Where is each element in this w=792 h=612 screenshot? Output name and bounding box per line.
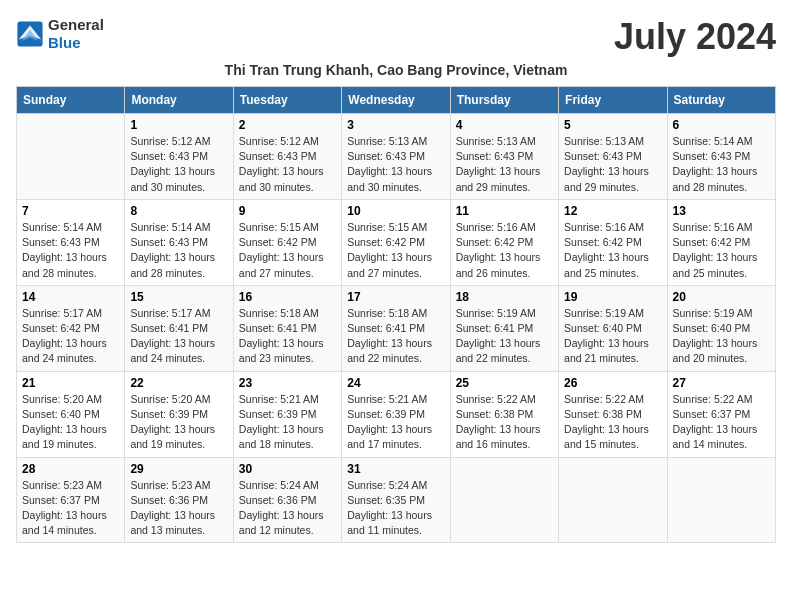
- calendar-cell: 9Sunrise: 5:15 AM Sunset: 6:42 PM Daylig…: [233, 199, 341, 285]
- day-number: 9: [239, 204, 336, 218]
- logo-icon: [16, 20, 44, 48]
- day-number: 21: [22, 376, 119, 390]
- day-number: 17: [347, 290, 444, 304]
- cell-content: Sunrise: 5:19 AM Sunset: 6:40 PM Dayligh…: [673, 306, 770, 367]
- calendar-cell: 31Sunrise: 5:24 AM Sunset: 6:35 PM Dayli…: [342, 457, 450, 543]
- calendar-cell: 21Sunrise: 5:20 AM Sunset: 6:40 PM Dayli…: [17, 371, 125, 457]
- calendar-cell: 23Sunrise: 5:21 AM Sunset: 6:39 PM Dayli…: [233, 371, 341, 457]
- cell-content: Sunrise: 5:16 AM Sunset: 6:42 PM Dayligh…: [673, 220, 770, 281]
- calendar-cell: 15Sunrise: 5:17 AM Sunset: 6:41 PM Dayli…: [125, 285, 233, 371]
- day-number: 24: [347, 376, 444, 390]
- cell-content: Sunrise: 5:19 AM Sunset: 6:41 PM Dayligh…: [456, 306, 553, 367]
- day-number: 2: [239, 118, 336, 132]
- calendar-cell: 19Sunrise: 5:19 AM Sunset: 6:40 PM Dayli…: [559, 285, 667, 371]
- calendar-cell: 29Sunrise: 5:23 AM Sunset: 6:36 PM Dayli…: [125, 457, 233, 543]
- cell-content: Sunrise: 5:16 AM Sunset: 6:42 PM Dayligh…: [456, 220, 553, 281]
- cell-content: Sunrise: 5:21 AM Sunset: 6:39 PM Dayligh…: [347, 392, 444, 453]
- cell-content: Sunrise: 5:18 AM Sunset: 6:41 PM Dayligh…: [239, 306, 336, 367]
- calendar-header-friday: Friday: [559, 87, 667, 114]
- calendar-cell: 11Sunrise: 5:16 AM Sunset: 6:42 PM Dayli…: [450, 199, 558, 285]
- calendar-cell: 25Sunrise: 5:22 AM Sunset: 6:38 PM Dayli…: [450, 371, 558, 457]
- day-number: 4: [456, 118, 553, 132]
- logo-line2: Blue: [48, 34, 104, 52]
- day-number: 19: [564, 290, 661, 304]
- day-number: 14: [22, 290, 119, 304]
- cell-content: Sunrise: 5:24 AM Sunset: 6:35 PM Dayligh…: [347, 478, 444, 539]
- cell-content: Sunrise: 5:23 AM Sunset: 6:37 PM Dayligh…: [22, 478, 119, 539]
- calendar-header-wednesday: Wednesday: [342, 87, 450, 114]
- calendar-cell: 18Sunrise: 5:19 AM Sunset: 6:41 PM Dayli…: [450, 285, 558, 371]
- day-number: 18: [456, 290, 553, 304]
- day-number: 22: [130, 376, 227, 390]
- calendar-cell: [559, 457, 667, 543]
- cell-content: Sunrise: 5:15 AM Sunset: 6:42 PM Dayligh…: [239, 220, 336, 281]
- calendar-cell: 5Sunrise: 5:13 AM Sunset: 6:43 PM Daylig…: [559, 114, 667, 200]
- calendar-header-monday: Monday: [125, 87, 233, 114]
- day-number: 20: [673, 290, 770, 304]
- calendar-week-row: 28Sunrise: 5:23 AM Sunset: 6:37 PM Dayli…: [17, 457, 776, 543]
- calendar-cell: 6Sunrise: 5:14 AM Sunset: 6:43 PM Daylig…: [667, 114, 775, 200]
- day-number: 1: [130, 118, 227, 132]
- calendar-cell: 17Sunrise: 5:18 AM Sunset: 6:41 PM Dayli…: [342, 285, 450, 371]
- cell-content: Sunrise: 5:17 AM Sunset: 6:41 PM Dayligh…: [130, 306, 227, 367]
- calendar-cell: [450, 457, 558, 543]
- calendar-cell: 14Sunrise: 5:17 AM Sunset: 6:42 PM Dayli…: [17, 285, 125, 371]
- calendar-cell: 22Sunrise: 5:20 AM Sunset: 6:39 PM Dayli…: [125, 371, 233, 457]
- cell-content: Sunrise: 5:23 AM Sunset: 6:36 PM Dayligh…: [130, 478, 227, 539]
- day-number: 28: [22, 462, 119, 476]
- day-number: 13: [673, 204, 770, 218]
- cell-content: Sunrise: 5:14 AM Sunset: 6:43 PM Dayligh…: [130, 220, 227, 281]
- calendar-cell: 2Sunrise: 5:12 AM Sunset: 6:43 PM Daylig…: [233, 114, 341, 200]
- calendar-cell: 20Sunrise: 5:19 AM Sunset: 6:40 PM Dayli…: [667, 285, 775, 371]
- calendar-week-row: 21Sunrise: 5:20 AM Sunset: 6:40 PM Dayli…: [17, 371, 776, 457]
- day-number: 29: [130, 462, 227, 476]
- calendar-cell: 27Sunrise: 5:22 AM Sunset: 6:37 PM Dayli…: [667, 371, 775, 457]
- calendar-cell: 16Sunrise: 5:18 AM Sunset: 6:41 PM Dayli…: [233, 285, 341, 371]
- logo: General Blue: [16, 16, 104, 52]
- cell-content: Sunrise: 5:24 AM Sunset: 6:36 PM Dayligh…: [239, 478, 336, 539]
- calendar-cell: 10Sunrise: 5:15 AM Sunset: 6:42 PM Dayli…: [342, 199, 450, 285]
- cell-content: Sunrise: 5:16 AM Sunset: 6:42 PM Dayligh…: [564, 220, 661, 281]
- calendar-cell: 4Sunrise: 5:13 AM Sunset: 6:43 PM Daylig…: [450, 114, 558, 200]
- day-number: 25: [456, 376, 553, 390]
- calendar-header-saturday: Saturday: [667, 87, 775, 114]
- cell-content: Sunrise: 5:13 AM Sunset: 6:43 PM Dayligh…: [564, 134, 661, 195]
- day-number: 30: [239, 462, 336, 476]
- calendar-header-thursday: Thursday: [450, 87, 558, 114]
- page-title: July 2024: [614, 16, 776, 58]
- day-number: 8: [130, 204, 227, 218]
- calendar-week-row: 14Sunrise: 5:17 AM Sunset: 6:42 PM Dayli…: [17, 285, 776, 371]
- cell-content: Sunrise: 5:14 AM Sunset: 6:43 PM Dayligh…: [673, 134, 770, 195]
- calendar-cell: 30Sunrise: 5:24 AM Sunset: 6:36 PM Dayli…: [233, 457, 341, 543]
- day-number: 26: [564, 376, 661, 390]
- calendar-week-row: 1Sunrise: 5:12 AM Sunset: 6:43 PM Daylig…: [17, 114, 776, 200]
- cell-content: Sunrise: 5:22 AM Sunset: 6:38 PM Dayligh…: [456, 392, 553, 453]
- logo-line1: General: [48, 16, 104, 34]
- day-number: 23: [239, 376, 336, 390]
- cell-content: Sunrise: 5:21 AM Sunset: 6:39 PM Dayligh…: [239, 392, 336, 453]
- calendar-cell: 7Sunrise: 5:14 AM Sunset: 6:43 PM Daylig…: [17, 199, 125, 285]
- cell-content: Sunrise: 5:15 AM Sunset: 6:42 PM Dayligh…: [347, 220, 444, 281]
- cell-content: Sunrise: 5:13 AM Sunset: 6:43 PM Dayligh…: [456, 134, 553, 195]
- calendar-cell: 26Sunrise: 5:22 AM Sunset: 6:38 PM Dayli…: [559, 371, 667, 457]
- cell-content: Sunrise: 5:17 AM Sunset: 6:42 PM Dayligh…: [22, 306, 119, 367]
- day-number: 31: [347, 462, 444, 476]
- calendar-cell: [667, 457, 775, 543]
- day-number: 27: [673, 376, 770, 390]
- calendar-cell: 3Sunrise: 5:13 AM Sunset: 6:43 PM Daylig…: [342, 114, 450, 200]
- day-number: 12: [564, 204, 661, 218]
- day-number: 15: [130, 290, 227, 304]
- day-number: 16: [239, 290, 336, 304]
- calendar-cell: 1Sunrise: 5:12 AM Sunset: 6:43 PM Daylig…: [125, 114, 233, 200]
- day-number: 5: [564, 118, 661, 132]
- calendar-table: SundayMondayTuesdayWednesdayThursdayFrid…: [16, 86, 776, 543]
- subtitle: Thi Tran Trung Khanh, Cao Bang Province,…: [16, 62, 776, 78]
- cell-content: Sunrise: 5:20 AM Sunset: 6:39 PM Dayligh…: [130, 392, 227, 453]
- cell-content: Sunrise: 5:22 AM Sunset: 6:37 PM Dayligh…: [673, 392, 770, 453]
- calendar-header-sunday: Sunday: [17, 87, 125, 114]
- calendar-week-row: 7Sunrise: 5:14 AM Sunset: 6:43 PM Daylig…: [17, 199, 776, 285]
- cell-content: Sunrise: 5:19 AM Sunset: 6:40 PM Dayligh…: [564, 306, 661, 367]
- cell-content: Sunrise: 5:13 AM Sunset: 6:43 PM Dayligh…: [347, 134, 444, 195]
- day-number: 11: [456, 204, 553, 218]
- cell-content: Sunrise: 5:20 AM Sunset: 6:40 PM Dayligh…: [22, 392, 119, 453]
